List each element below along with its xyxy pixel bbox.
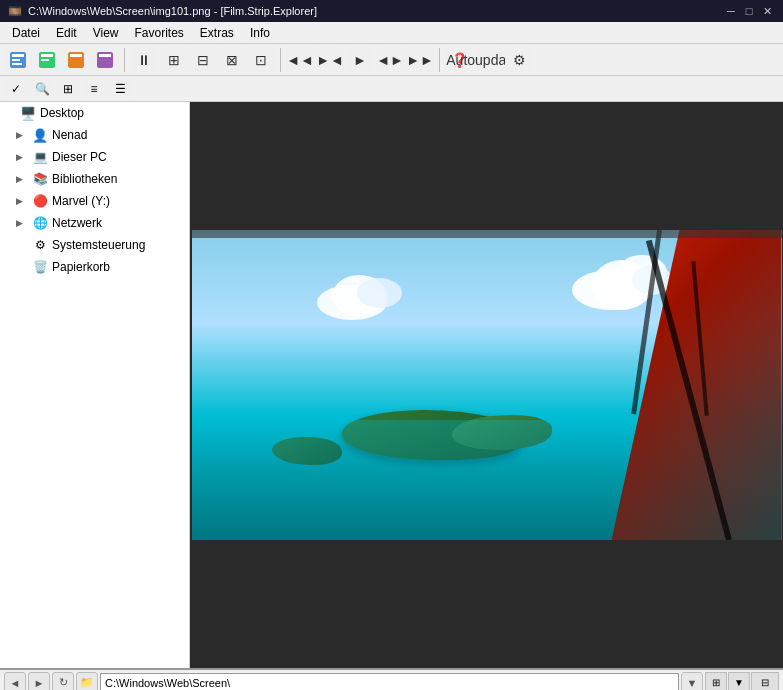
computer-icon: 💻 — [32, 149, 48, 165]
svg-rect-8 — [70, 54, 82, 57]
tree-item-netzwerk[interactable]: ▶ 🌐 Netzwerk — [0, 212, 189, 234]
svg-rect-2 — [12, 59, 20, 61]
svg-rect-5 — [41, 54, 53, 57]
tree-item-nenad[interactable]: ▶ 👤 Nenad — [0, 124, 189, 146]
tree-item-systemsteuerung[interactable]: ⚙ Systemsteuerung — [0, 234, 189, 256]
preview-image — [192, 230, 782, 540]
toolbar-nav-3[interactable]: ► — [346, 46, 374, 74]
svg-rect-1 — [12, 54, 24, 57]
main-area: 🖥️ Desktop ▶ 👤 Nenad ▶ 💻 Dieser PC ▶ 📚 B… — [0, 102, 783, 668]
tree-label-papierkorb: Papierkorb — [52, 260, 110, 274]
secondary-toolbar: ✓ 🔍 ⊞ ≡ ☰ — [0, 76, 783, 102]
nav-folder-button[interactable]: 📁 — [76, 672, 98, 691]
network-icon: 🌐 — [32, 215, 48, 231]
nav-view-thumbs[interactable]: ⊞ — [705, 672, 727, 691]
close-button[interactable]: ✕ — [759, 3, 775, 19]
toolbar2-grid[interactable]: ⊞ — [56, 78, 80, 100]
svg-rect-3 — [12, 63, 22, 65]
menu-favorites[interactable]: Favorites — [127, 22, 192, 44]
toolbar-nav-4[interactable]: ◄► — [376, 46, 404, 74]
toolbar2-check[interactable]: ✓ — [4, 78, 28, 100]
tree-label-dieser-pc: Dieser PC — [52, 150, 107, 164]
expand-icon-bib: ▶ — [16, 174, 28, 184]
tree-item-papierkorb[interactable]: 🗑️ Papierkorb — [0, 256, 189, 278]
user-folder-icon: 👤 — [32, 127, 48, 143]
expand-icon-nenad: ▶ — [16, 130, 28, 140]
toolbar-nav-5[interactable]: ►► — [406, 46, 434, 74]
tree-item-desktop[interactable]: 🖥️ Desktop — [0, 102, 189, 124]
svg-rect-10 — [99, 54, 111, 57]
tree-label-netzwerk: Netzwerk — [52, 216, 102, 230]
main-toolbar: ⏸ ⊞ ⊟ ⊠ ⊡ ◄◄ ►◄ ► ◄► ►► ❓ Autoupdate ▼ ⚙ — [0, 44, 783, 76]
maximize-button[interactable]: □ — [741, 3, 757, 19]
trash-icon: 🗑️ — [32, 259, 48, 275]
address-input[interactable]: C:\Windows\Web\Screen\ — [100, 673, 679, 691]
autoupdate-btn[interactable]: Autoupdate ▼ — [475, 46, 503, 74]
toolbar-nav-1[interactable]: ◄◄ — [286, 46, 314, 74]
nav-view-dropdown[interactable]: ▼ — [728, 672, 750, 691]
tree-label-desktop: Desktop — [40, 106, 84, 120]
nav-forward-button[interactable]: ► — [28, 672, 50, 691]
tree-label-systemsteuerung: Systemsteuerung — [52, 238, 145, 252]
nav-refresh-button[interactable]: ↻ — [52, 672, 74, 691]
expand-icon-netz: ▶ — [16, 218, 28, 228]
menu-datei[interactable]: Datei — [4, 22, 48, 44]
app-icon: 🎞️ — [8, 5, 22, 18]
toolbar-btn-2[interactable] — [33, 46, 61, 74]
tree-item-bibliotheken[interactable]: ▶ 📚 Bibliotheken — [0, 168, 189, 190]
nav-back-button[interactable]: ◄ — [4, 672, 26, 691]
toolbar-pause[interactable]: ⏸ — [130, 46, 158, 74]
toolbar2-list1[interactable]: ≡ — [82, 78, 106, 100]
toolbar-btn-1[interactable] — [4, 46, 32, 74]
toolbar-view-4[interactable]: ⊡ — [247, 46, 275, 74]
library-icon: 📚 — [32, 171, 48, 187]
toolbar-btn-3[interactable] — [62, 46, 90, 74]
toolbar-view-1[interactable]: ⊞ — [160, 46, 188, 74]
desktop-icon: 🖥️ — [20, 105, 36, 121]
toolbar2-zoom[interactable]: 🔍 — [30, 78, 54, 100]
tree-label-bibliotheken: Bibliotheken — [52, 172, 117, 186]
toolbar-settings[interactable]: ⚙ — [505, 46, 533, 74]
toolbar-view-3[interactable]: ⊠ — [218, 46, 246, 74]
menu-info[interactable]: Info — [242, 22, 278, 44]
toolbar2-list2[interactable]: ☰ — [108, 78, 132, 100]
svg-rect-6 — [41, 59, 49, 61]
menu-bar: Datei Edit View Favorites Extras Info — [0, 22, 783, 44]
navigation-bar: ◄ ► ↻ 📁 C:\Windows\Web\Screen\ ▼ ⊞ ▼ ⊟ — [0, 668, 783, 690]
menu-extras[interactable]: Extras — [192, 22, 242, 44]
drive-icon: 🔴 — [32, 193, 48, 209]
tree-item-marvel[interactable]: ▶ 🔴 Marvel (Y:) — [0, 190, 189, 212]
title-bar: 🎞️ C:\Windows\Web\Screen\img101.png - [F… — [0, 0, 783, 22]
toolbar-view-2[interactable]: ⊟ — [189, 46, 217, 74]
expand-icon-pc: ▶ — [16, 152, 28, 162]
tree-label-marvel: Marvel (Y:) — [52, 194, 110, 208]
nav-view-extra[interactable]: ⊟ — [751, 672, 779, 691]
toolbar-btn-4[interactable] — [91, 46, 119, 74]
tree-item-dieser-pc[interactable]: ▶ 💻 Dieser PC — [0, 146, 189, 168]
menu-view[interactable]: View — [85, 22, 127, 44]
file-tree-sidebar: 🖥️ Desktop ▶ 👤 Nenad ▶ 💻 Dieser PC ▶ 📚 B… — [0, 102, 190, 668]
control-panel-icon: ⚙ — [32, 237, 48, 253]
toolbar-nav-2[interactable]: ►◄ — [316, 46, 344, 74]
tree-label-nenad: Nenad — [52, 128, 87, 142]
bottom-panel: ◄ ► ↻ 📁 C:\Windows\Web\Screen\ ▼ ⊞ ▼ ⊟ 📁… — [0, 668, 783, 690]
minimize-button[interactable]: ─ — [723, 3, 739, 19]
menu-edit[interactable]: Edit — [48, 22, 85, 44]
expand-icon-marvel: ▶ — [16, 196, 28, 206]
image-preview — [190, 102, 783, 668]
nav-go-button[interactable]: ▼ — [681, 672, 703, 691]
title-text: C:\Windows\Web\Screen\img101.png - [Film… — [28, 5, 317, 17]
